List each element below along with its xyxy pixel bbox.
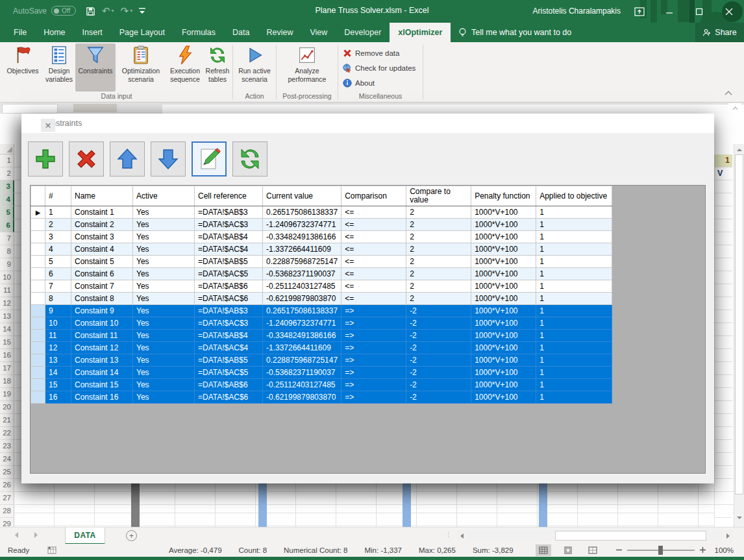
row-selector-cell[interactable] [31,391,45,404]
table-cell-active[interactable]: Yes [133,231,195,243]
table-cell-penalty[interactable]: 1000*V+100 [471,268,536,280]
table-cell-to[interactable]: -2 [406,379,471,391]
ribbon-tab-page-layout[interactable]: Page Layout [111,23,173,42]
table-cell-cmp[interactable]: <= [341,231,406,243]
table-row[interactable]: 15Constaint 15Yes=DATA!$AB$6-0.251124031… [31,379,612,391]
row-header[interactable]: 15 [0,336,14,349]
design-variables-button[interactable]: Design variables [44,43,74,91]
ribbon-tab-data[interactable]: Data [224,23,258,42]
table-cell-name[interactable]: Constaint 10 [71,317,133,330]
table-cell-cmp[interactable]: => [341,354,406,367]
table-cell-cmp[interactable]: <= [341,219,406,231]
row-header[interactable]: 11 [0,284,14,297]
table-cell-cell[interactable]: =DATA!$AB$4 [195,231,263,243]
row-header[interactable]: 12 [0,297,14,310]
table-cell-cmp[interactable]: <= [341,268,406,280]
table-cell-value[interactable]: -0.53682371190037 [263,268,341,280]
table-cell-value[interactable]: 0.265175086138337 [263,305,341,317]
table-cell-num[interactable]: 12 [45,342,71,354]
column-header[interactable]: Active [133,186,195,206]
table-cell-cell[interactable]: =DATA!$AB$3 [195,206,263,219]
row-header[interactable]: 21 [0,414,14,427]
delete-constraint-button[interactable] [69,141,104,177]
table-cell-value[interactable]: -0.33482491386166 [263,330,341,342]
table-cell-value[interactable]: -0.62199879803870 [263,391,341,404]
table-cell-penalty[interactable]: 1000*V+100 [471,379,536,391]
table-cell-name[interactable]: Constaint 5 [71,256,133,268]
table-cell-value[interactable]: -1.24096732374771 [263,317,341,330]
table-cell-to[interactable]: -2 [406,330,471,342]
row-header[interactable]: 9 [0,258,14,271]
table-cell-value[interactable]: -0.53682371190037 [263,367,341,379]
table-cell-penalty[interactable]: 1000*V+100 [471,330,536,342]
table-cell-name[interactable]: Constaint 7 [71,280,133,293]
table-row[interactable]: 13Constaint 13Yes=DATA!$AB$50.2288759687… [31,354,612,367]
table-cell-cell[interactable]: =DATA!$AC$6 [195,293,263,305]
table-row[interactable]: 12Constaint 12Yes=DATA!$AC$4-1.337266441… [31,342,612,354]
table-cell-name[interactable]: Constaint 1 [71,206,133,219]
table-cell-value[interactable]: 0.265175086138337 [263,206,341,219]
table-cell-value[interactable]: -0.25112403127485 [263,379,341,391]
table-cell-active[interactable]: Yes [133,256,195,268]
table-cell-applied[interactable]: 1 [536,354,612,367]
row-header[interactable]: 28 [0,505,14,518]
row-header[interactable]: 2 [0,167,14,180]
column-header[interactable]: Current value [263,186,341,206]
table-row[interactable]: 16Constaint 16Yes=DATA!$AC$6-0.621998798… [31,391,612,404]
minimize-button[interactable] [654,0,684,23]
table-cell-to[interactable]: -2 [406,342,471,354]
column-header[interactable]: Name [71,186,133,206]
table-cell-active[interactable]: Yes [133,206,195,219]
table-cell-applied[interactable]: 1 [536,330,612,342]
page-break-preview-button[interactable] [585,544,601,556]
table-cell-num[interactable]: 4 [45,243,71,256]
row-header[interactable]: 3 [0,180,14,193]
row-header[interactable]: 22 [0,427,14,440]
table-cell-num[interactable]: 3 [45,231,71,243]
table-cell-applied[interactable]: 1 [536,231,612,243]
row-selector-cell[interactable] [31,280,45,293]
zoom-out-button[interactable] [616,546,622,554]
table-cell-cell[interactable]: =DATA!$AB$3 [195,305,263,317]
zoom-level[interactable]: 100% [715,546,734,554]
table-cell-name[interactable]: Constaint 3 [71,231,133,243]
row-selector-cell[interactable] [31,317,45,330]
table-cell-value[interactable]: -1.24096732374771 [263,219,341,231]
table-cell-active[interactable]: Yes [133,268,195,280]
table-cell-num[interactable]: 11 [45,330,71,342]
move-down-button[interactable] [151,141,186,177]
table-row[interactable]: 8Constaint 8Yes=DATA!$AC$6-0.62199879803… [31,293,612,305]
row-header[interactable]: 16 [0,349,14,362]
new-sheet-button[interactable]: + [126,530,137,541]
table-cell-applied[interactable]: 1 [536,219,612,231]
table-cell-num[interactable]: 2 [45,219,71,231]
ribbon-tab-developer[interactable]: Developer [336,23,390,42]
ribbon-tab-view[interactable]: View [301,23,336,42]
table-cell-applied[interactable]: 1 [536,256,612,268]
table-cell-penalty[interactable]: 1000*V+100 [471,256,536,268]
row-header[interactable]: 17 [0,362,14,375]
vertical-scrollbar[interactable] [734,144,744,527]
table-cell-active[interactable]: Yes [133,330,195,342]
vertical-scroll-thumb[interactable] [735,154,743,494]
table-row[interactable]: 9Constaint 9Yes=DATA!$AB$30.265175086138… [31,305,612,317]
table-cell-active[interactable]: Yes [133,367,195,379]
cell-value[interactable]: V [715,167,732,180]
ribbon-tab-xloptimizer[interactable]: xlOptimizer [390,23,451,42]
table-cell-num[interactable]: 1 [45,206,71,219]
row-header[interactable]: 10 [0,271,14,284]
table-cell-active[interactable]: Yes [133,280,195,293]
collapse-formula-bar-button[interactable] [728,103,741,113]
table-cell-num[interactable]: 7 [45,280,71,293]
table-cell-name[interactable]: Constaint 6 [71,268,133,280]
table-cell-penalty[interactable]: 1000*V+100 [471,243,536,256]
table-cell-cmp[interactable]: <= [341,280,406,293]
table-cell-value[interactable]: -1.3372664411609 [263,342,341,354]
share-button[interactable]: Share [695,23,744,42]
row-header[interactable]: 5 [0,206,14,219]
table-cell-num[interactable]: 15 [45,379,71,391]
table-cell-cell[interactable]: =DATA!$AC$6 [195,391,263,404]
table-cell-value[interactable]: -0.62199879803870 [263,293,341,305]
table-cell-penalty[interactable]: 1000*V+100 [471,391,536,404]
ribbon-tab-home[interactable]: Home [35,23,73,42]
